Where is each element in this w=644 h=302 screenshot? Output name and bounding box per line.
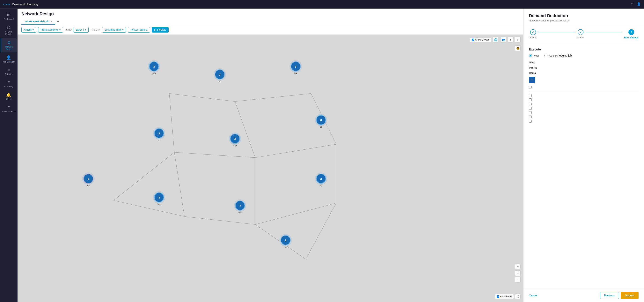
checkbox-1[interactable] (529, 86, 532, 89)
checkbox-4[interactable] (529, 103, 532, 105)
node-kcy[interactable]: 3 kcy (230, 134, 240, 147)
node-lax[interactable]: 3 lax (291, 61, 301, 74)
sidebar-item-alerts[interactable]: 🔔 Alerts (1, 91, 16, 103)
checkbox-8[interactable] (529, 120, 532, 123)
globe-icon-btn[interactable]: 🌐 (493, 37, 498, 43)
sidebar-item-collector[interactable]: ≡ Collector (1, 66, 16, 78)
app-logo: cisco Crosswork Planning (3, 3, 38, 6)
simulate-button[interactable]: ▶ Simulate (152, 27, 169, 33)
alerts-icon: 🔔 (6, 93, 11, 97)
add-demand-button[interactable]: + (529, 77, 535, 83)
show-label: Show (66, 29, 72, 31)
checkbox-7[interactable] (529, 116, 532, 118)
node-sea-circle: 3 (149, 61, 159, 72)
app-name: Crosswork Planning (12, 3, 38, 6)
checkbox-2[interactable] (529, 94, 532, 97)
simulated-traffic-button[interactable]: Simulated traffic ▾ (102, 27, 126, 33)
checkbox-item-3 (529, 98, 638, 101)
prev-nav-btn[interactable]: ‹ (508, 37, 513, 43)
page-title: Network Design (22, 11, 520, 16)
node-sea[interactable]: 3 sea (149, 61, 159, 74)
simulate-play-icon: ▶ (154, 29, 156, 31)
tab-add-button[interactable]: + (55, 18, 61, 25)
node-chi[interactable]: 3 chi (154, 128, 164, 141)
main-layout: ⊞ Dashboard ⬡ Network Models ⊙ Network D… (0, 9, 644, 302)
checkbox-3[interactable] (529, 98, 532, 101)
step-options-label: Options (529, 36, 537, 39)
show-groups-control[interactable]: Show Groups (470, 38, 491, 42)
sidebar-label-dashboard: Dashboard (4, 18, 14, 21)
execute-now-option[interactable]: Now (529, 54, 539, 57)
tab-unprocessed[interactable]: unprocessed-lab.pln ✕ (22, 18, 55, 25)
sidebar-item-job-manager[interactable]: 👤 Job Manager (1, 53, 16, 65)
previous-button[interactable]: Previous (600, 292, 619, 299)
panel-subtitle: Network Model: unprocessed-lab.pln (529, 19, 638, 22)
list-view-icon-btn[interactable]: ≡ (515, 264, 520, 269)
layer3-button[interactable]: Layer 3 ▾ (74, 27, 88, 33)
node-nyc[interactable]: 3 nyc (154, 192, 164, 205)
zoom-out-btn[interactable]: − (515, 277, 520, 282)
help-icon[interactable]: ? (631, 2, 633, 6)
simulated-chevron-icon: ▾ (122, 29, 124, 31)
stepper: ✓ Options ✓ Output 3 Run Settings (524, 25, 644, 43)
cancel-button[interactable]: Cancel (529, 294, 538, 297)
network-header: Network Design unprocessed-lab.pln ✕ + (18, 9, 523, 25)
node-bos-label: bos (87, 184, 90, 187)
execute-scheduled-radio[interactable] (544, 54, 548, 57)
node-wdc[interactable]: 3 wdc (235, 200, 245, 213)
sidebar-item-network-design[interactable]: ⊙ Network Design (0, 38, 17, 52)
zoom-in-btn[interactable]: + (515, 270, 520, 276)
node-wdc-label: wdc (238, 211, 242, 213)
divider-1 (529, 91, 638, 91)
execute-section: Execute Now As a scheduled job (529, 48, 638, 57)
checkbox-6[interactable] (529, 111, 532, 114)
layout-icon-btn[interactable]: 👥 (500, 37, 506, 43)
demand-section: Dema + (529, 72, 638, 83)
right-panel-header: Demand Deduction Network Model: unproces… (524, 9, 644, 25)
node-sjc-circle: 3 (215, 69, 225, 80)
sidebar-item-licensing[interactable]: ≡ Licensing (1, 78, 16, 90)
node-bos[interactable]: 3 bos (83, 174, 94, 187)
interface-section: Interfa (529, 66, 638, 69)
node-hst[interactable]: 3 hst (316, 115, 326, 128)
node-sea-label: sea (152, 72, 156, 74)
step-line-2 (586, 32, 622, 32)
administration-icon: ≡ (8, 105, 10, 110)
execute-scheduled-label: As a scheduled job (549, 54, 572, 57)
execute-now-radio[interactable] (529, 54, 532, 57)
user-icon[interactable]: 👤 (636, 2, 641, 7)
auto-focus-checkbox[interactable] (497, 295, 499, 298)
preset-workflows-button[interactable]: Preset workflows ▾ (38, 27, 63, 33)
expand-icon-btn[interactable]: ⛶ (515, 294, 520, 299)
panel-title: Demand Deduction (529, 13, 638, 18)
show-groups-checkbox[interactable] (472, 39, 474, 41)
map-area[interactable]: Show Groups 🌐 👥 ‹ › (18, 35, 523, 302)
submit-button[interactable]: Submit (621, 292, 638, 299)
svg-line-14 (306, 203, 336, 259)
node-mia[interactable]: 3 mia (280, 235, 291, 248)
person-icon-btn[interactable]: 🧑 (515, 45, 520, 51)
step-options: ✓ Options (529, 29, 537, 39)
checkbox-5[interactable] (529, 107, 532, 110)
svg-line-5 (174, 152, 255, 158)
node-atl[interactable]: 3 atl (316, 174, 326, 187)
actions-button[interactable]: Actions ▾ (22, 27, 36, 33)
sidebar-item-network-models[interactable]: ⬡ Network Models (1, 23, 16, 38)
auto-focus-control[interactable]: Auto-Focus (495, 294, 514, 299)
execute-scheduled-option[interactable]: As a scheduled job (544, 54, 572, 57)
svg-line-2 (169, 94, 174, 152)
svg-line-7 (114, 152, 174, 200)
node-sjc[interactable]: 3 sjc (215, 69, 225, 82)
sidebar-item-administration[interactable]: ≡ Administration (1, 103, 16, 115)
content-area: Network Design unprocessed-lab.pln ✕ + A… (18, 9, 644, 302)
actions-chevron-icon: ▾ (32, 29, 34, 31)
map-top-controls: Show Groups 🌐 👥 ‹ › (470, 37, 520, 43)
network-options-button[interactable]: Network options (128, 27, 150, 33)
next-nav-btn[interactable]: › (515, 37, 520, 43)
sidebar-item-dashboard[interactable]: ⊞ Dashboard (1, 11, 16, 23)
node-hst-circle: 3 (316, 115, 326, 125)
step-line-1 (538, 32, 576, 32)
preset-chevron-icon: ▾ (60, 29, 60, 31)
node-lax-circle: 3 (291, 61, 301, 72)
tab-close-icon[interactable]: ✕ (50, 20, 52, 23)
